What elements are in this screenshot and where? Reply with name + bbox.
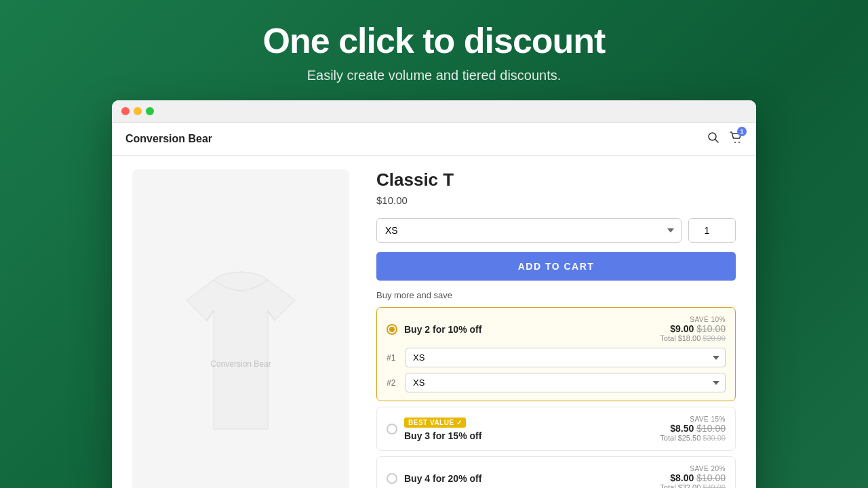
deal-1-total-old: $20.00 <box>703 334 726 342</box>
store-icons: 1 <box>707 131 743 147</box>
quantity-input[interactable] <box>688 218 736 243</box>
deal-3-total: Total $32.00 $40.00 <box>660 483 726 488</box>
product-price: $10.00 <box>376 195 736 206</box>
product-details: Classic T $10.00 XS S M L XL ADD TO CART… <box>376 169 736 488</box>
deal-3-title: Buy 4 for 20% off <box>404 473 481 484</box>
browser-window: Conversion Bear 1 <box>112 100 756 488</box>
svg-line-1 <box>715 140 719 143</box>
deal-card-1[interactable]: Buy 2 for 10% off SAVE 10% $9.00 $10.00 … <box>376 307 736 401</box>
deal-1-right: SAVE 10% $9.00 $10.00 Total $18.00 $20.0… <box>660 316 726 342</box>
deal-3-save-label: SAVE 20% <box>660 465 726 472</box>
svg-point-3 <box>738 142 740 143</box>
svg-point-2 <box>734 142 736 143</box>
deal-1-header: Buy 2 for 10% off SAVE 10% $9.00 $10.00 … <box>387 316 726 342</box>
add-to-cart-button[interactable]: ADD TO CART <box>376 252 736 281</box>
deal-1-variant-row-1: #1 XSSMLXL <box>387 348 726 367</box>
deal-3-radio[interactable] <box>387 473 397 484</box>
deal-2-prices: $8.50 $10.00 <box>660 423 726 434</box>
deal-1-save-label: SAVE 10% <box>660 316 726 323</box>
product-area: Conversion Bear Classic T $10.00 XS S M … <box>112 156 756 488</box>
deal-1-variant-row-2: #2 XSSMLXL <box>387 373 726 392</box>
deal-3-left: Buy 4 for 20% off <box>387 473 481 484</box>
store-logo: Conversion Bear <box>125 133 212 145</box>
browser-dot-yellow <box>134 107 142 115</box>
deal-1-total: Total $18.00 $20.00 <box>660 334 726 342</box>
deal-1-variant-1-label: #1 <box>387 353 400 363</box>
deal-1-variant-2-label: #2 <box>387 378 400 388</box>
deal-2-total: Total $25.50 $30.00 <box>660 434 726 442</box>
deal-2-radio[interactable] <box>387 424 397 434</box>
deal-2-right: SAVE 15% $8.50 $10.00 Total $25.50 $30.0… <box>660 415 726 442</box>
variant-quantity-row: XS S M L XL <box>376 218 736 243</box>
deal-3-header: Buy 4 for 20% off SAVE 20% $8.00 $10.00 … <box>387 465 726 488</box>
svg-text:Conversion Bear: Conversion Bear <box>210 359 271 369</box>
best-value-badge: BEST VALUE ✓ <box>404 418 466 428</box>
deal-3-prices: $8.00 $10.00 <box>660 472 726 483</box>
deal-2-header: BEST VALUE ✓ Buy 3 for 15% off SAVE 15% … <box>387 415 726 442</box>
deal-2-left: BEST VALUE ✓ Buy 3 for 15% off <box>387 415 481 442</box>
buy-more-label: Buy more and save <box>376 290 736 300</box>
search-icon[interactable] <box>707 131 719 146</box>
deal-1-variant-2-select[interactable]: XSSMLXL <box>406 373 726 392</box>
product-image-area: Conversion Bear <box>132 169 349 488</box>
deal-2-total-old: $30.00 <box>703 434 726 442</box>
deal-card-3[interactable]: Buy 4 for 20% off SAVE 20% $8.00 $10.00 … <box>376 456 736 488</box>
deal-1-radio[interactable] <box>387 324 397 335</box>
store-header: Conversion Bear 1 <box>112 123 756 156</box>
browser-dot-red <box>121 107 130 115</box>
deal-1-radio-dot <box>389 327 395 332</box>
deal-2-title-area: BEST VALUE ✓ Buy 3 for 15% off <box>404 415 481 442</box>
variant-select[interactable]: XS S M L XL <box>376 218 682 243</box>
deal-card-2[interactable]: BEST VALUE ✓ Buy 3 for 15% off SAVE 15% … <box>376 407 736 451</box>
deal-2-old-price: $10.00 <box>696 423 726 434</box>
cart-icon[interactable]: 1 <box>729 131 743 147</box>
deal-1-left: Buy 2 for 10% off <box>387 324 481 335</box>
hero-subtitle: Easily create volume and tiered discount… <box>307 68 561 83</box>
deal-1-prices: $9.00 $10.00 <box>660 323 726 334</box>
deal-1-old-price: $10.00 <box>696 323 726 334</box>
deal-1-variant-1-select[interactable]: XSSMLXL <box>406 348 726 367</box>
product-title: Classic T <box>376 169 736 190</box>
deal-1-title: Buy 2 for 10% off <box>404 324 481 335</box>
deal-3-total-old: $40.00 <box>703 483 726 488</box>
browser-bar <box>112 100 756 123</box>
deal-2-save-label: SAVE 15% <box>660 415 726 423</box>
hero-title: One click to discount <box>263 20 606 61</box>
browser-dot-green <box>146 107 154 115</box>
deal-3-right: SAVE 20% $8.00 $10.00 Total $32.00 $40.0… <box>660 465 726 488</box>
deal-2-title: Buy 3 for 15% off <box>404 430 481 441</box>
tshirt-image: Conversion Bear <box>153 260 329 449</box>
cart-badge: 1 <box>737 127 747 136</box>
deal-3-old-price: $10.00 <box>696 472 726 483</box>
